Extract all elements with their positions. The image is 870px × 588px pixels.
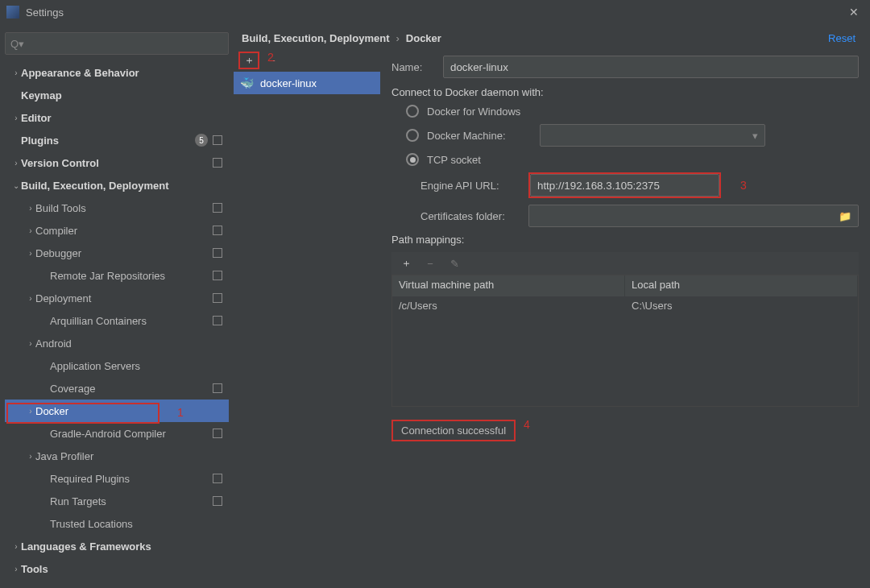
- path-mappings-label: Path mappings:: [392, 234, 859, 246]
- pm-cell-local: C:\Users: [625, 296, 858, 317]
- expand-arrow-icon: ›: [11, 68, 21, 77]
- tree-item-label: Appearance & Behavior: [21, 67, 222, 79]
- scope-icon: [213, 226, 222, 235]
- annotation-4: 4: [524, 418, 530, 431]
- tree-item-label: Trusted Locations: [50, 518, 222, 530]
- scope-icon: [213, 248, 222, 258]
- tree-item-gradle-android-compiler[interactable]: Gradle-Android Compiler: [5, 422, 229, 445]
- tree-item-languages-frameworks[interactable]: ›Languages & Frameworks: [5, 535, 229, 557]
- tree-item-label: Gradle-Android Compiler: [50, 428, 213, 440]
- pm-empty-area: [392, 317, 858, 406]
- tree-item-editor[interactable]: ›Editor: [5, 106, 229, 129]
- expand-arrow-icon: ›: [26, 249, 35, 258]
- tree-item-label: Deployment: [35, 292, 213, 304]
- main: Q▾ ›Appearance & BehaviorKeymap›EditorPl…: [0, 24, 870, 588]
- docker-list-panel: ＋ − 2 🐳 docker-linux: [234, 49, 380, 588]
- tree-item-java-profiler[interactable]: ›Java Profiler: [5, 445, 229, 467]
- expand-arrow-icon: ›: [26, 407, 35, 416]
- radio-tcp-socket-label: TCP socket: [427, 154, 481, 166]
- path-mappings-toolbar: ＋ − ✎: [392, 252, 859, 275]
- settings-tree: ›Appearance & BehaviorKeymap›EditorPlugi…: [5, 61, 229, 583]
- pm-add-button[interactable]: ＋: [398, 255, 414, 271]
- tree-item-application-servers[interactable]: Application Servers: [5, 354, 229, 377]
- breadcrumb-parent[interactable]: Build, Execution, Deployment: [242, 32, 389, 44]
- tree-item-deployment[interactable]: ›Deployment: [5, 287, 229, 309]
- docker-item-label: docker-linux: [260, 77, 317, 89]
- scope-icon: [213, 429, 222, 438]
- expand-arrow-icon: ⌄: [11, 181, 21, 190]
- content: Build, Execution, Deployment › Docker Re…: [234, 24, 870, 588]
- pm-col-local: Local path: [625, 275, 858, 296]
- scope-icon: [213, 316, 222, 325]
- tree-item-label: Application Servers: [50, 360, 222, 372]
- engine-url-label: Engine API URL:: [420, 180, 517, 192]
- annotation-1: 1: [177, 406, 184, 419]
- add-button[interactable]: ＋: [238, 52, 259, 69]
- tree-item-label: Languages & Frameworks: [21, 540, 222, 553]
- expand-arrow-icon: ›: [11, 542, 21, 551]
- tree-item-arquillian-containers[interactable]: Arquillian Containers: [5, 309, 229, 332]
- radio-docker-windows-label: Docker for Windows: [427, 106, 520, 118]
- cert-folder-input[interactable]: 📁: [528, 205, 859, 227]
- radio-docker-machine[interactable]: [406, 129, 419, 142]
- tree-item-trusted-locations[interactable]: Trusted Locations: [5, 512, 229, 535]
- name-input[interactable]: [443, 56, 859, 78]
- expand-arrow-icon: ›: [26, 339, 35, 348]
- pm-edit-button[interactable]: ✎: [446, 255, 462, 271]
- list-toolbar: ＋ − 2: [234, 49, 380, 72]
- tree-item-keymap[interactable]: Keymap: [5, 84, 229, 106]
- radio-tcp-socket[interactable]: [406, 153, 419, 166]
- pm-remove-button[interactable]: −: [422, 255, 438, 271]
- tree-item-compiler[interactable]: ›Compiler: [5, 219, 229, 242]
- tree-item-version-control[interactable]: ›Version Control: [5, 151, 229, 174]
- radio-docker-machine-label: Docker Machine:: [427, 130, 532, 142]
- titlebar: Settings ✕: [0, 0, 870, 24]
- tree-item-label: Java Profiler: [35, 450, 222, 462]
- expand-arrow-icon: ›: [26, 452, 35, 461]
- docker-list-item[interactable]: 🐳 docker-linux: [234, 72, 380, 94]
- tree-item-run-targets[interactable]: Run Targets: [5, 490, 229, 512]
- tree-item-android[interactable]: ›Android: [5, 332, 229, 354]
- engine-url-input[interactable]: [530, 174, 719, 197]
- tree-item-debugger[interactable]: ›Debugger: [5, 242, 229, 264]
- breadcrumb-separator: ›: [396, 32, 399, 44]
- tree-item-coverage[interactable]: Coverage: [5, 377, 229, 400]
- scope-icon: [213, 203, 222, 213]
- tree-item-label: Keymap: [21, 89, 222, 101]
- docker-icon: 🐳: [240, 77, 254, 89]
- connect-label: Connect to Docker daemon with:: [392, 86, 859, 98]
- docker-machine-select[interactable]: ▾: [540, 124, 765, 147]
- expand-arrow-icon: ›: [11, 565, 21, 574]
- tree-item-label: Arquillian Containers: [50, 315, 213, 327]
- name-label: Name:: [392, 61, 432, 73]
- tree-item-label: Docker: [35, 405, 222, 417]
- pm-col-vm: Virtual machine path: [392, 275, 625, 296]
- expand-arrow-icon: ›: [26, 294, 35, 303]
- breadcrumb-current: Docker: [406, 32, 441, 44]
- tree-item-tools[interactable]: ›Tools: [5, 557, 229, 580]
- close-button[interactable]: ✕: [844, 6, 864, 19]
- tree-item-remote-jar-repositories[interactable]: Remote Jar Repositories: [5, 264, 229, 287]
- scope-icon: [213, 474, 222, 483]
- tree-item-label: Build, Execution, Deployment: [21, 180, 222, 192]
- tree-item-build-execution-deployment[interactable]: ⌄Build, Execution, Deployment: [5, 174, 229, 197]
- scope-icon: [213, 293, 222, 303]
- tree-item-docker[interactable]: ›Docker: [5, 400, 229, 422]
- tree-item-label: Version Control: [21, 157, 213, 169]
- pm-row[interactable]: /c/Users C:\Users: [392, 296, 858, 317]
- badge: 5: [195, 134, 208, 147]
- connection-status: Connection successful: [392, 420, 516, 441]
- radio-docker-windows[interactable]: [406, 105, 419, 118]
- tree-item-build-tools[interactable]: ›Build Tools: [5, 197, 229, 219]
- scope-icon: [213, 158, 222, 168]
- reset-button[interactable]: Reset: [828, 32, 856, 44]
- tree-item-label: Required Plugins: [50, 473, 213, 485]
- settings-search[interactable]: Q▾: [5, 32, 229, 55]
- expand-arrow-icon: ›: [11, 114, 21, 122]
- tree-item-label: Tools: [21, 563, 222, 575]
- tree-item-appearance-behavior[interactable]: ›Appearance & Behavior: [5, 61, 229, 84]
- tree-item-label: Coverage: [50, 383, 213, 395]
- tree-item-required-plugins[interactable]: Required Plugins: [5, 467, 229, 490]
- scope-icon: [213, 271, 222, 280]
- tree-item-plugins[interactable]: Plugins5: [5, 129, 229, 151]
